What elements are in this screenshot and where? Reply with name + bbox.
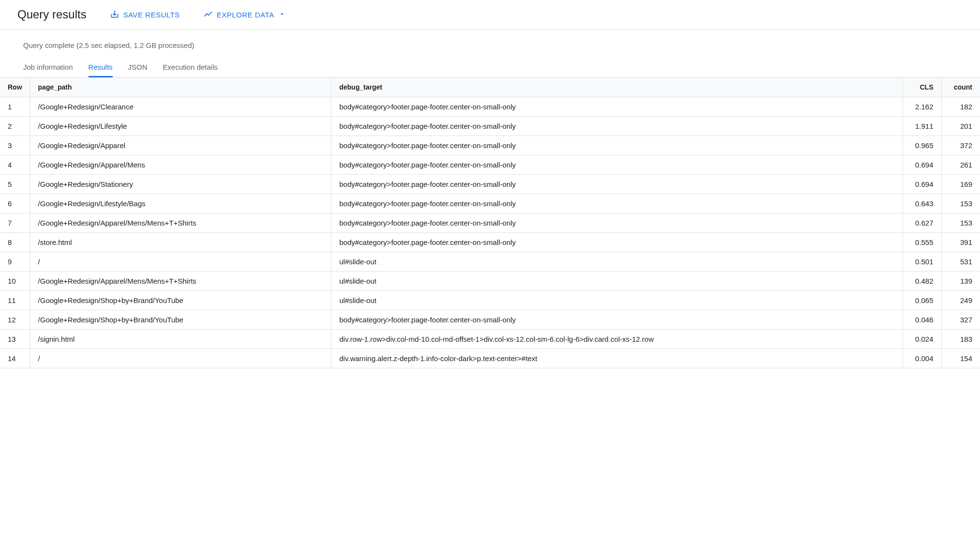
table-row[interactable]: 5 /Google+Redesign/Stationery body#categ…: [0, 175, 980, 194]
cell-page-path: /: [30, 349, 331, 368]
tab-json[interactable]: JSON: [128, 58, 148, 77]
cell-debug-target: body#category>footer.page-footer.center-…: [331, 310, 903, 330]
header-count[interactable]: count: [941, 77, 980, 97]
explore-data-label: EXPLORE DATA: [217, 11, 274, 19]
save-results-label: SAVE RESULTS: [123, 11, 180, 19]
chart-icon: [203, 9, 213, 20]
tabs: Job informationResultsJSONExecution deta…: [0, 58, 980, 77]
table-row[interactable]: 7 /Google+Redesign/Apparel/Mens/Mens+T+S…: [0, 213, 980, 233]
cell-page-path: /Google+Redesign/Apparel/Mens/Mens+T+Shi…: [30, 213, 331, 233]
table-row[interactable]: 11 /Google+Redesign/Shop+by+Brand/YouTub…: [0, 291, 980, 310]
status-section: Query complete (2.5 sec elapsed, 1.2 GB …: [0, 30, 980, 49]
cell-cls: 0.024: [903, 330, 941, 349]
cell-count: 391: [941, 233, 980, 252]
cell-count: 531: [941, 252, 980, 272]
cell-cls: 0.555: [903, 233, 941, 252]
cell-debug-target: body#category>footer.page-footer.center-…: [331, 136, 903, 155]
cell-cls: 0.643: [903, 194, 941, 213]
cell-cls: 2.162: [903, 97, 941, 117]
cell-cls: 0.694: [903, 155, 941, 175]
cell-row: 6: [0, 194, 30, 213]
cell-row: 4: [0, 155, 30, 175]
cell-row: 11: [0, 291, 30, 310]
table-row[interactable]: 2 /Google+Redesign/Lifestyle body#catego…: [0, 117, 980, 136]
cell-debug-target: div.row-1.row>div.col-md-10.col-md-offse…: [331, 330, 903, 349]
cell-page-path: /Google+Redesign/Apparel/Mens/Mens+T+Shi…: [30, 272, 331, 291]
cell-debug-target: div.warning.alert.z-depth-1.info-color-d…: [331, 349, 903, 368]
tab-execution-details[interactable]: Execution details: [163, 58, 218, 77]
cell-count: 169: [941, 175, 980, 194]
cell-count: 182: [941, 97, 980, 117]
cell-page-path: /Google+Redesign/Clearance: [30, 97, 331, 117]
table-row[interactable]: 1 /Google+Redesign/Clearance body#catego…: [0, 97, 980, 117]
cell-cls: 0.004: [903, 349, 941, 368]
header-page-path[interactable]: page_path: [30, 77, 331, 97]
cell-row: 10: [0, 272, 30, 291]
table-row[interactable]: 6 /Google+Redesign/Lifestyle/Bags body#c…: [0, 194, 980, 213]
explore-data-button[interactable]: EXPLORE DATA: [203, 9, 286, 20]
header-cls[interactable]: CLS: [903, 77, 941, 97]
cell-count: 153: [941, 213, 980, 233]
cell-debug-target: body#category>footer.page-footer.center-…: [331, 213, 903, 233]
cell-page-path: /signin.html: [30, 330, 331, 349]
cell-row: 9: [0, 252, 30, 272]
table-row[interactable]: 9 / ul#slide-out 0.501 531: [0, 252, 980, 272]
cell-cls: 1.911: [903, 117, 941, 136]
header-debug-target[interactable]: debug_target: [331, 77, 903, 97]
cell-cls: 0.627: [903, 213, 941, 233]
tab-job-information[interactable]: Job information: [23, 58, 73, 77]
cell-debug-target: body#category>footer.page-footer.center-…: [331, 233, 903, 252]
cell-page-path: /Google+Redesign/Apparel/Mens: [30, 155, 331, 175]
cell-cls: 0.065: [903, 291, 941, 310]
cell-row: 14: [0, 349, 30, 368]
table-row[interactable]: 10 /Google+Redesign/Apparel/Mens/Mens+T+…: [0, 272, 980, 291]
header: Query results SAVE RESULTS EXPLORE DATA: [0, 0, 980, 30]
table-row[interactable]: 8 /store.html body#category>footer.page-…: [0, 233, 980, 252]
cell-debug-target: body#category>footer.page-footer.center-…: [331, 155, 903, 175]
cell-count: 139: [941, 272, 980, 291]
cell-row: 1: [0, 97, 30, 117]
save-results-button[interactable]: SAVE RESULTS: [110, 9, 180, 20]
cell-cls: 0.046: [903, 310, 941, 330]
header-row[interactable]: Row: [0, 77, 30, 97]
cell-cls: 0.965: [903, 136, 941, 155]
table-row[interactable]: 14 / div.warning.alert.z-depth-1.info-co…: [0, 349, 980, 368]
cell-debug-target: body#category>footer.page-footer.center-…: [331, 117, 903, 136]
table-row[interactable]: 3 /Google+Redesign/Apparel body#category…: [0, 136, 980, 155]
cell-row: 13: [0, 330, 30, 349]
cell-count: 249: [941, 291, 980, 310]
cell-page-path: /store.html: [30, 233, 331, 252]
cell-debug-target: ul#slide-out: [331, 272, 903, 291]
cell-count: 372: [941, 136, 980, 155]
tab-results[interactable]: Results: [89, 58, 113, 77]
table-row[interactable]: 4 /Google+Redesign/Apparel/Mens body#cat…: [0, 155, 980, 175]
cell-count: 183: [941, 330, 980, 349]
cell-count: 201: [941, 117, 980, 136]
cell-cls: 0.694: [903, 175, 941, 194]
cell-page-path: /Google+Redesign/Shop+by+Brand/YouTube: [30, 291, 331, 310]
cell-debug-target: body#category>footer.page-footer.center-…: [331, 175, 903, 194]
cell-debug-target: ul#slide-out: [331, 291, 903, 310]
cell-debug-target: ul#slide-out: [331, 252, 903, 272]
query-status: Query complete (2.5 sec elapsed, 1.2 GB …: [23, 41, 957, 49]
cell-count: 327: [941, 310, 980, 330]
cell-page-path: /Google+Redesign/Lifestyle: [30, 117, 331, 136]
cell-row: 7: [0, 213, 30, 233]
cell-debug-target: body#category>footer.page-footer.center-…: [331, 194, 903, 213]
cell-row: 5: [0, 175, 30, 194]
table-row[interactable]: 13 /signin.html div.row-1.row>div.col-md…: [0, 330, 980, 349]
cell-count: 153: [941, 194, 980, 213]
cell-count: 261: [941, 155, 980, 175]
cell-cls: 0.482: [903, 272, 941, 291]
table-row[interactable]: 12 /Google+Redesign/Shop+by+Brand/YouTub…: [0, 310, 980, 330]
download-icon: [110, 9, 119, 20]
cell-count: 154: [941, 349, 980, 368]
chevron-down-icon: [278, 10, 286, 19]
cell-cls: 0.501: [903, 252, 941, 272]
table-header-row: Row page_path debug_target CLS count: [0, 77, 980, 97]
page-title: Query results: [17, 8, 87, 21]
cell-page-path: /Google+Redesign/Apparel: [30, 136, 331, 155]
cell-page-path: /Google+Redesign/Shop+by+Brand/YouTube: [30, 310, 331, 330]
cell-debug-target: body#category>footer.page-footer.center-…: [331, 97, 903, 117]
cell-page-path: /: [30, 252, 331, 272]
